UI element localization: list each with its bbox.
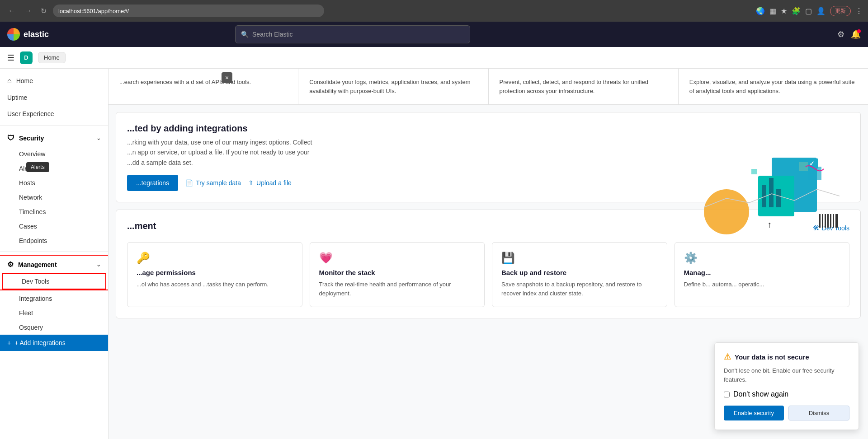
dont-show-again-checkbox[interactable] <box>724 392 730 397</box>
sidebar-item-home[interactable]: ⌂ Home <box>0 72 108 89</box>
elastic-nav: elastic 🔍 Search Elastic ⚙ 🔔 <box>0 22 868 47</box>
manage-icon: ⚙️ <box>684 252 840 264</box>
management-chevron-down-icon: ⌄ <box>96 262 101 268</box>
gear-settings-icon: ⚙ <box>7 260 14 269</box>
backup-icon: 💾 <box>501 252 658 264</box>
svg-rect-12 <box>822 214 823 228</box>
close-button[interactable]: × <box>222 72 232 83</box>
backup-desc: Save snapshots to a backup repository, a… <box>501 280 658 298</box>
sidebar-item-alerts[interactable]: Alerts Alerts <box>0 161 108 176</box>
getting-started-title: ...ted by adding integrations <box>127 123 524 134</box>
gear-icon[interactable]: ⚙ <box>837 29 844 39</box>
dont-show-again-row: Don't show again <box>724 390 849 398</box>
puzzle-icon[interactable]: 🧩 <box>792 7 801 15</box>
top-card-3: Prevent, collect, detect, and respond to… <box>489 69 679 104</box>
elastic-logo-text: elastic <box>24 30 49 39</box>
sidebar-item-integrations[interactable]: Integrations <box>0 291 108 306</box>
dismiss-button[interactable]: Dismiss <box>788 406 849 420</box>
sidebar-divider-2 <box>0 252 108 252</box>
forward-button[interactable]: → <box>22 5 34 17</box>
extensions-icon[interactable]: ▦ <box>769 7 776 15</box>
svg-rect-7 <box>776 189 781 207</box>
notification-dot <box>857 29 861 33</box>
monitor-icon: 💗 <box>319 252 476 264</box>
menu-dots-icon[interactable]: ⋮ <box>855 7 863 15</box>
sidebar-item-security[interactable]: 🛡 Security ⌄ <box>0 130 108 147</box>
hamburger-button[interactable]: ☰ <box>7 53 14 63</box>
document-icon: 📄 <box>185 179 193 187</box>
mgmt-card-monitor: 💗 Monitor the stack Track the real-time … <box>310 242 485 307</box>
user-avatar[interactable]: D <box>20 51 33 64</box>
url-bar[interactable] <box>53 5 324 17</box>
sidebar-item-endpoints[interactable]: Endpoints <box>0 234 108 248</box>
sidebar-item-timelines[interactable]: Timelines <box>0 205 108 219</box>
add-integrations-label: + Add integrations <box>14 339 65 346</box>
dont-show-again-label[interactable]: Don't show again <box>733 390 788 398</box>
window-icon[interactable]: ▢ <box>805 7 812 15</box>
upload-file-button[interactable]: ⇧ Upload a file <box>248 179 292 187</box>
dev-tools-outlined: Dev Tools <box>2 273 106 290</box>
add-integrations-button[interactable]: + + Add integrations <box>0 335 108 351</box>
translate-icon[interactable]: 🌏 <box>756 7 765 15</box>
svg-rect-11 <box>819 214 821 228</box>
sidebar-item-overview[interactable]: Overview <box>0 147 108 161</box>
management-label: Management <box>18 261 57 268</box>
home-breadcrumb[interactable]: Home <box>38 52 66 63</box>
elastic-logo-icon <box>7 28 20 41</box>
top-card-3-text: Prevent, collect, detect, and respond to… <box>500 79 649 94</box>
browser-right-icons: 🌏 ▦ ★ 🧩 ▢ 👤 更新 ⋮ <box>756 6 863 16</box>
enable-security-button[interactable]: Enable security <box>724 406 784 420</box>
sidebar-item-fleet[interactable]: Fleet <box>0 306 108 320</box>
elastic-logo: elastic <box>7 28 49 41</box>
security-chevron-down-icon: ⌄ <box>96 135 101 141</box>
svg-rect-16 <box>833 214 834 228</box>
permissions-title: ...age permissions <box>137 269 293 276</box>
profile-icon[interactable]: 👤 <box>816 7 826 15</box>
bookmark-icon[interactable]: ★ <box>781 7 787 15</box>
sidebar-item-osquery[interactable]: Osquery <box>0 320 108 335</box>
sidebar-item-management[interactable]: ⚙ Management ⌄ <box>0 256 108 273</box>
svg-rect-14 <box>827 214 829 228</box>
manage-title: Manag... <box>684 269 840 276</box>
sidebar-management-area: ⚙ Management ⌄ Dev Tools <box>0 256 108 290</box>
svg-rect-6 <box>769 178 774 207</box>
sidebar-item-network[interactable]: Network <box>0 190 108 205</box>
top-card-1: ...earch experiences with a d set of API… <box>108 69 298 104</box>
bell-icon[interactable]: 🔔 <box>851 29 861 39</box>
management-cards-row: 🔑 ...age permissions ...ol who has acces… <box>127 242 849 307</box>
top-card-4-text: Explore, visualize, and analyze your dat… <box>689 79 855 94</box>
update-button[interactable]: 更新 <box>830 6 851 16</box>
security-shield-icon: 🛡 <box>7 134 14 142</box>
security-popup: ⚠ Your data is not secure Don't lose one… <box>714 342 859 430</box>
security-popup-title: ⚠ Your data is not secure <box>724 352 849 362</box>
search-icon: 🔍 <box>241 31 249 38</box>
top-card-2: Consolidate your logs, metrics, applicat… <box>298 69 488 104</box>
svg-point-0 <box>704 189 749 234</box>
hero-illustration: ✓ ↑ <box>690 140 853 239</box>
sidebar-home-label: Home <box>16 77 33 84</box>
elastic-search-bar[interactable]: 🔍 Search Elastic <box>235 25 470 43</box>
monitor-title: Monitor the stack <box>319 269 476 276</box>
sidebar-item-uptime[interactable]: Uptime <box>0 89 108 106</box>
add-integrations-button-main[interactable]: ...tegrations <box>127 175 178 191</box>
security-popup-title-text: Your data is not secure <box>735 353 809 361</box>
sidebar: ⌂ Home Uptime User Experience 🛡 Security… <box>0 69 108 439</box>
kibana-nav: ☰ D Home <box>0 47 868 69</box>
sidebar-item-hosts[interactable]: Hosts <box>0 176 108 190</box>
back-button[interactable]: ← <box>5 5 18 17</box>
reload-button[interactable]: ↻ <box>38 5 49 17</box>
mgmt-card-manage: ⚙️ Manag... Define b... automa... operat… <box>675 242 850 307</box>
management-title: ...ment <box>127 221 156 231</box>
sidebar-item-user-experience[interactable]: User Experience <box>0 106 108 122</box>
try-sample-data-button[interactable]: 📄 Try sample data <box>185 179 241 187</box>
uptime-label: Uptime <box>7 94 27 101</box>
mgmt-card-backup: 💾 Back up and restore Save snapshots to … <box>492 242 667 307</box>
manage-desc: Define b... automa... operatic... <box>684 280 840 289</box>
svg-rect-15 <box>830 214 831 228</box>
sidebar-item-cases[interactable]: Cases <box>0 219 108 234</box>
monitor-desc: Track the real-time health and performan… <box>319 280 476 298</box>
popup-actions: Enable security Dismiss <box>724 406 849 420</box>
sidebar-item-dev-tools[interactable]: Dev Tools <box>3 274 105 289</box>
elastic-nav-right: ⚙ 🔔 <box>837 29 861 39</box>
svg-rect-4 <box>799 162 808 171</box>
